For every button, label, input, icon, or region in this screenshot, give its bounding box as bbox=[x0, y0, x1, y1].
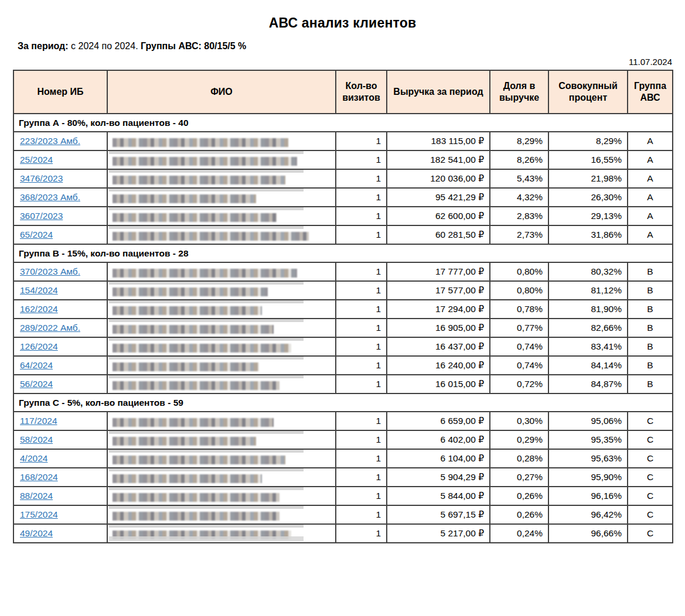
cumulative-cell: 95,06% bbox=[548, 412, 628, 430]
patient-record-link[interactable]: 154/2024 bbox=[20, 285, 58, 295]
patient-record-link[interactable]: 65/2024 bbox=[20, 230, 53, 239]
patient-name-blurred bbox=[113, 344, 291, 353]
ib-cell: 368/2023 Амб. bbox=[13, 188, 107, 207]
patient-name-blurred bbox=[113, 194, 256, 203]
patient-record-link[interactable]: 126/2024 bbox=[20, 341, 58, 351]
patient-record-link[interactable]: 370/2023 Амб. bbox=[20, 266, 80, 276]
group-label: Группа А - 80%, кол-во пациентов - 40 bbox=[13, 114, 673, 132]
cumulative-cell: 96,66% bbox=[548, 524, 628, 543]
ib-cell: 370/2023 Амб. bbox=[13, 262, 107, 281]
group-header-row-1: Группа А - 80%, кол-во пациентов - 40 bbox=[13, 114, 673, 132]
patient-row: 4/202416 104,00 ₽0,28%95,63%С bbox=[13, 449, 673, 468]
patient-record-link[interactable]: 56/2024 bbox=[20, 379, 53, 389]
revenue-cell: 6 104,00 ₽ bbox=[387, 449, 490, 468]
share-cell: 2,83% bbox=[490, 207, 548, 225]
patient-record-link[interactable]: 3476/2023 bbox=[20, 173, 63, 183]
revenue-cell: 5 844,00 ₽ bbox=[387, 487, 490, 505]
col-header-revenue: Выручка за период bbox=[387, 70, 490, 114]
patient-name-blurred bbox=[113, 306, 262, 315]
patient-row: 117/202416 659,00 ₽0,30%95,06%С bbox=[13, 412, 673, 430]
group-letter-cell: В bbox=[628, 375, 673, 393]
ib-cell: 49/2024 bbox=[13, 524, 107, 543]
group-letter-cell: А bbox=[628, 132, 673, 150]
blur-artifact-bar bbox=[109, 430, 304, 434]
revenue-cell: 62 600,00 ₽ bbox=[387, 207, 490, 225]
patient-name-blurred bbox=[113, 437, 256, 446]
patient-record-link[interactable]: 25/2024 bbox=[20, 155, 53, 165]
patient-record-link[interactable]: 117/2024 bbox=[20, 416, 57, 426]
patient-record-link[interactable]: 162/2024 bbox=[20, 304, 58, 314]
patient-record-link[interactable]: 3607/2023 bbox=[20, 211, 63, 221]
blur-artifact-bar bbox=[109, 319, 304, 322]
blur-artifact-bar bbox=[109, 281, 304, 285]
col-header-group: Группа АВС bbox=[628, 70, 673, 114]
patient-record-link[interactable]: 289/2022 Амб. bbox=[20, 323, 80, 333]
ib-cell: 4/2024 bbox=[13, 449, 107, 468]
blur-artifact-bar bbox=[109, 505, 304, 509]
patient-name-blurred bbox=[113, 512, 280, 521]
share-cell: 0,74% bbox=[490, 337, 548, 356]
visits-cell: 1 bbox=[336, 505, 387, 524]
revenue-cell: 120 036,00 ₽ bbox=[387, 169, 490, 188]
patient-record-link[interactable]: 4/2024 bbox=[20, 453, 47, 463]
blur-artifact-bar bbox=[109, 356, 304, 360]
ib-cell: 3607/2023 bbox=[13, 207, 107, 225]
blur-artifact-bar bbox=[109, 375, 304, 378]
patient-name-blurred bbox=[113, 474, 262, 483]
revenue-cell: 17 294,00 ₽ bbox=[387, 300, 490, 319]
group-letter-cell: В bbox=[628, 281, 673, 300]
share-cell: 0,26% bbox=[490, 505, 548, 524]
visits-cell: 1 bbox=[336, 132, 387, 150]
ib-cell: 58/2024 bbox=[13, 430, 107, 449]
abc-groups-value: 80/15/5 % bbox=[204, 41, 246, 51]
page-title: АВС анализ клиентов bbox=[13, 15, 672, 31]
patient-record-link[interactable]: 64/2024 bbox=[20, 360, 53, 370]
ib-cell: 168/2024 bbox=[13, 468, 107, 487]
patient-record-link[interactable]: 368/2023 Амб. bbox=[20, 192, 80, 202]
share-cell: 0,80% bbox=[490, 262, 548, 281]
patient-record-link[interactable]: 58/2024 bbox=[20, 434, 53, 444]
patient-name-blurred bbox=[113, 157, 297, 166]
patient-record-link[interactable]: 168/2024 bbox=[20, 472, 58, 482]
ib-cell: 64/2024 bbox=[13, 356, 107, 375]
share-cell: 4,32% bbox=[490, 188, 548, 207]
patient-record-link[interactable]: 88/2024 bbox=[20, 491, 53, 501]
fio-cell bbox=[107, 524, 336, 543]
fio-cell bbox=[107, 150, 336, 169]
group-letter-cell: В bbox=[628, 337, 673, 356]
patient-row: 126/2024116 437,00 ₽0,74%83,41%В bbox=[13, 337, 673, 356]
blur-artifact-bar bbox=[109, 468, 304, 471]
patient-record-link[interactable]: 175/2024 bbox=[20, 509, 58, 519]
cumulative-cell: 31,86% bbox=[548, 225, 628, 244]
group-letter-cell: С bbox=[628, 449, 673, 468]
patient-name-blurred bbox=[113, 456, 285, 464]
fio-cell bbox=[107, 169, 336, 188]
group-letter-cell: А bbox=[628, 225, 673, 244]
share-cell: 0,26% bbox=[490, 487, 548, 505]
blur-artifact-bar bbox=[109, 524, 304, 528]
cumulative-cell: 95,90% bbox=[548, 468, 628, 487]
revenue-cell: 95 421,29 ₽ bbox=[387, 188, 490, 207]
share-cell: 0,77% bbox=[490, 319, 548, 337]
visits-cell: 1 bbox=[336, 207, 387, 225]
group-letter-cell: В bbox=[628, 300, 673, 319]
cumulative-cell: 95,35% bbox=[548, 430, 628, 449]
patient-row: 175/202415 697,15 ₽0,26%96,42%С bbox=[13, 505, 673, 524]
abc-groups-label: Группы АВС: bbox=[141, 41, 202, 51]
fio-cell bbox=[107, 449, 336, 468]
ib-cell: 117/2024 bbox=[13, 412, 107, 430]
fio-cell bbox=[107, 188, 336, 207]
patient-record-link[interactable]: 223/2023 Амб. bbox=[20, 136, 80, 146]
patient-name-blurred bbox=[113, 138, 288, 147]
ib-cell: 223/2023 Амб. bbox=[13, 132, 107, 150]
patient-name-blurred bbox=[113, 493, 280, 502]
blur-artifact-bar bbox=[109, 449, 304, 453]
patient-row: 368/2023 Амб.195 421,29 ₽4,32%26,30%А bbox=[13, 188, 673, 207]
patient-row: 370/2023 Амб.117 777,00 ₽0,80%80,32%В bbox=[13, 262, 673, 281]
cumulative-cell: 8,29% bbox=[548, 132, 628, 150]
blur-artifact-bar bbox=[109, 300, 304, 303]
fio-cell bbox=[107, 468, 336, 487]
ib-cell: 154/2024 bbox=[13, 281, 107, 300]
fio-cell bbox=[107, 262, 336, 281]
patient-record-link[interactable]: 49/2024 bbox=[20, 528, 53, 538]
